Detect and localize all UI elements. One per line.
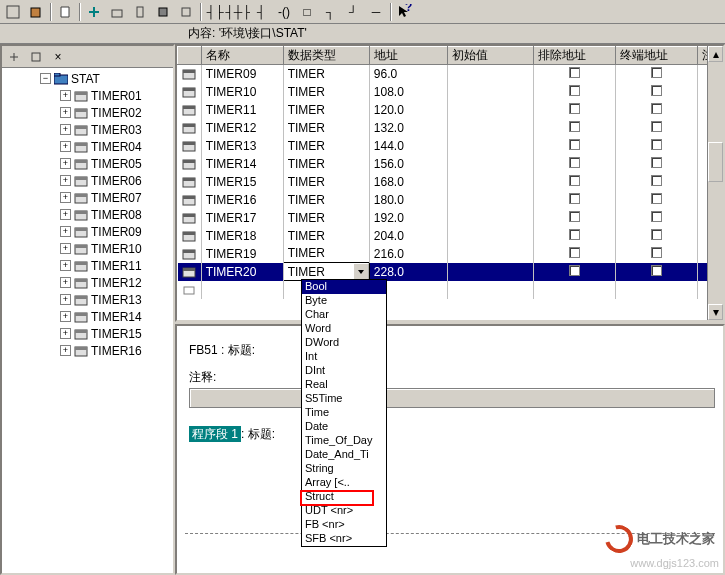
- tree-item[interactable]: +TIMER09: [2, 223, 173, 240]
- cell-init[interactable]: [447, 119, 533, 137]
- dropdown-option[interactable]: Date: [302, 420, 386, 434]
- expand-icon[interactable]: +: [60, 243, 71, 254]
- toolbar-btn[interactable]: ┤├: [204, 2, 226, 22]
- cell-term[interactable]: [615, 263, 697, 281]
- checkbox[interactable]: [651, 229, 662, 240]
- table-row[interactable]: TIMER18TIMER204.0: [178, 227, 723, 245]
- scroll-thumb[interactable]: [708, 142, 723, 182]
- cell-excl[interactable]: [533, 137, 615, 155]
- dropdown-option[interactable]: Word: [302, 322, 386, 336]
- checkbox[interactable]: [569, 157, 580, 168]
- expand-icon[interactable]: +: [60, 277, 71, 288]
- cell-type[interactable]: TIMER: [283, 173, 369, 191]
- tree-item[interactable]: +TIMER14: [2, 308, 173, 325]
- expand-icon[interactable]: +: [60, 90, 71, 101]
- tree[interactable]: − STAT +TIMER01+TIMER02+TIMER03+TIMER04+…: [2, 68, 173, 573]
- table-row[interactable]: TIMER14TIMER156.0: [178, 155, 723, 173]
- cell-excl[interactable]: [533, 263, 615, 281]
- toolbar-btn[interactable]: [175, 2, 197, 22]
- checkbox[interactable]: [651, 121, 662, 132]
- table-row[interactable]: TIMER10TIMER108.0: [178, 83, 723, 101]
- cell-init[interactable]: [447, 155, 533, 173]
- cell-excl[interactable]: [533, 65, 615, 83]
- cell-name[interactable]: TIMER15: [201, 173, 283, 191]
- cell-type[interactable]: TIMER: [283, 155, 369, 173]
- cell-name[interactable]: TIMER16: [201, 191, 283, 209]
- dropdown-option[interactable]: Time: [302, 406, 386, 420]
- cell-addr[interactable]: 108.0: [369, 83, 447, 101]
- tree-item[interactable]: +TIMER01: [2, 87, 173, 104]
- checkbox[interactable]: [651, 67, 662, 78]
- dropdown-option[interactable]: Bool: [302, 280, 386, 294]
- checkbox[interactable]: [569, 229, 580, 240]
- col-addr[interactable]: 地址: [369, 47, 447, 65]
- cell-addr[interactable]: 180.0: [369, 191, 447, 209]
- comment-input[interactable]: [189, 388, 715, 408]
- cell-type[interactable]: TIMER: [283, 191, 369, 209]
- cell-term[interactable]: [615, 155, 697, 173]
- cell-type[interactable]: TIMER: [283, 119, 369, 137]
- table-row-empty[interactable]: [178, 281, 723, 299]
- checkbox[interactable]: [569, 85, 580, 96]
- checkbox[interactable]: [651, 139, 662, 150]
- cell-addr[interactable]: 168.0: [369, 173, 447, 191]
- dropdown-option[interactable]: Char: [302, 308, 386, 322]
- cell-init[interactable]: [447, 101, 533, 119]
- checkbox[interactable]: [651, 265, 662, 276]
- checkbox[interactable]: [569, 265, 580, 276]
- cell-excl[interactable]: [533, 209, 615, 227]
- dropdown-option[interactable]: Array [<..: [302, 476, 386, 490]
- col-type[interactable]: 数据类型: [283, 47, 369, 65]
- checkbox[interactable]: [569, 121, 580, 132]
- dropdown-option[interactable]: FB <nr>: [302, 518, 386, 532]
- cell-name[interactable]: TIMER13: [201, 137, 283, 155]
- tree-item[interactable]: +TIMER02: [2, 104, 173, 121]
- tree-item[interactable]: +TIMER04: [2, 138, 173, 155]
- toolbar-btn[interactable]: ─: [365, 2, 387, 22]
- tree-item[interactable]: +TIMER07: [2, 189, 173, 206]
- cell-init[interactable]: [447, 65, 533, 83]
- cell-excl[interactable]: [533, 101, 615, 119]
- toolbar-btn[interactable]: [54, 2, 76, 22]
- cell-type[interactable]: TIMER: [283, 65, 369, 83]
- toolbar-btn[interactable]: [106, 2, 128, 22]
- table-row[interactable]: TIMER17TIMER192.0: [178, 209, 723, 227]
- cell-excl[interactable]: [533, 155, 615, 173]
- toolbar-btn[interactable]: -(): [273, 2, 295, 22]
- expand-icon[interactable]: +: [60, 226, 71, 237]
- dropdown-option[interactable]: Byte: [302, 294, 386, 308]
- table-row[interactable]: TIMER12TIMER132.0: [178, 119, 723, 137]
- scroll-down-icon[interactable]: ▾: [708, 304, 723, 320]
- expand-icon[interactable]: +: [60, 294, 71, 305]
- type-dropdown[interactable]: BoolByteCharWordDWordIntDIntRealS5TimeTi…: [301, 279, 387, 547]
- cell-init[interactable]: [447, 137, 533, 155]
- tree-item[interactable]: +TIMER10: [2, 240, 173, 257]
- cell-excl[interactable]: [533, 245, 615, 263]
- table-row[interactable]: TIMER15TIMER168.0: [178, 173, 723, 191]
- cell-name[interactable]: TIMER11: [201, 101, 283, 119]
- cell-term[interactable]: [615, 65, 697, 83]
- tree-item[interactable]: +TIMER16: [2, 342, 173, 359]
- cell-addr[interactable]: 144.0: [369, 137, 447, 155]
- cell-name[interactable]: TIMER20: [201, 263, 283, 281]
- toolbar-btn[interactable]: [152, 2, 174, 22]
- dropdown-option[interactable]: Struct: [302, 490, 386, 504]
- cell-name[interactable]: TIMER10: [201, 83, 283, 101]
- dropdown-option[interactable]: DWord: [302, 336, 386, 350]
- checkbox[interactable]: [569, 211, 580, 222]
- tree-tb-btn[interactable]: [26, 48, 46, 66]
- expand-icon[interactable]: +: [60, 311, 71, 322]
- cell-addr[interactable]: 132.0: [369, 119, 447, 137]
- expand-icon[interactable]: +: [60, 260, 71, 271]
- cell-term[interactable]: [615, 191, 697, 209]
- table-row[interactable]: TIMER16TIMER180.0: [178, 191, 723, 209]
- cell-excl[interactable]: [533, 83, 615, 101]
- dropdown-option[interactable]: String: [302, 462, 386, 476]
- cell-excl[interactable]: [533, 191, 615, 209]
- collapse-icon[interactable]: −: [40, 73, 51, 84]
- cell-name[interactable]: TIMER14: [201, 155, 283, 173]
- tree-item[interactable]: +TIMER03: [2, 121, 173, 138]
- tree-item[interactable]: +TIMER15: [2, 325, 173, 342]
- expand-icon[interactable]: +: [60, 192, 71, 203]
- cell-type[interactable]: TIMER: [283, 209, 369, 227]
